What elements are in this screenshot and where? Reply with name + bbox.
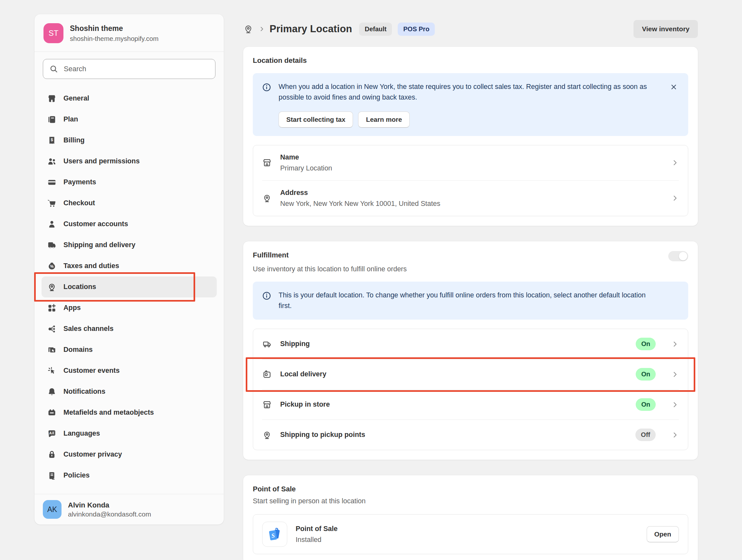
- sidebar-item-domains[interactable]: Domains: [42, 339, 217, 360]
- pickup-in-store-row[interactable]: Pickup in store On: [253, 390, 688, 419]
- users-icon: [47, 157, 57, 166]
- local-delivery-row[interactable]: Local delivery On: [253, 359, 688, 389]
- status-badge: On: [636, 398, 656, 411]
- sidebar-item-customer-accounts[interactable]: Customer accounts: [42, 214, 217, 235]
- document-icon: [47, 471, 57, 480]
- settings-sidebar: ST Shoshin theme shoshin-theme.myshopify…: [35, 14, 224, 524]
- name-row[interactable]: Name Primary Location: [253, 145, 688, 181]
- toggle-knob: [679, 252, 687, 260]
- shipping-to-pickup-points-row[interactable]: Shipping to pickup points Off: [253, 420, 688, 450]
- default-badge: Default: [359, 22, 392, 36]
- sidebar-item-shipping-and-delivery[interactable]: Shipping and delivery: [42, 235, 217, 256]
- close-icon[interactable]: [668, 82, 679, 93]
- plan-icon: [47, 115, 57, 124]
- sidebar-item-label: Locations: [63, 283, 96, 291]
- app-status: Installed: [296, 536, 337, 544]
- svg-text:%: %: [50, 264, 54, 269]
- sidebar-item-billing[interactable]: $ Billing: [42, 130, 217, 151]
- sidebar-item-locations[interactable]: Locations: [42, 276, 217, 297]
- chevron-right-icon: [671, 401, 679, 409]
- default-location-banner: This is your default location. To change…: [253, 282, 688, 320]
- store-domain: shoshin-theme.myshopify.com: [70, 35, 158, 43]
- svg-text:$: $: [51, 137, 53, 142]
- user-info: Alvin Konda alvinkonda@kondasoft.com: [68, 501, 151, 518]
- sidebar-item-label: General: [63, 94, 89, 102]
- lock-icon: [47, 450, 57, 459]
- store-avatar: ST: [44, 23, 63, 43]
- view-inventory-button[interactable]: View inventory: [633, 20, 698, 38]
- domains-icon: [47, 345, 57, 355]
- row-label: Name: [280, 153, 332, 161]
- sidebar-item-customer-privacy[interactable]: Customer privacy: [42, 444, 217, 465]
- sidebar-item-customer-events[interactable]: Customer events: [42, 360, 217, 381]
- fulfillment-toggle[interactable]: [668, 251, 688, 261]
- main-content: Primary Location Default POS Pro View in…: [243, 14, 698, 560]
- sidebar-item-apps[interactable]: Apps: [42, 297, 217, 318]
- sidebar-item-label: Plan: [63, 115, 78, 123]
- page-title: Primary Location: [270, 23, 352, 35]
- delivery-box-icon: [262, 369, 272, 379]
- sidebar-item-policies[interactable]: Policies: [42, 465, 217, 486]
- sidebar-item-checkout[interactable]: Checkout: [42, 193, 217, 214]
- user-footer: AK Alvin Konda alvinkonda@kondasoft.com: [35, 494, 224, 524]
- store-name: Shoshin theme: [70, 24, 158, 34]
- point-of-sale-subheading: Start selling in person at this location: [253, 497, 688, 505]
- store-header: ST Shoshin theme shoshin-theme.myshopify…: [35, 14, 224, 52]
- app-text: Point of Sale Installed: [296, 525, 337, 544]
- sidebar-item-label: Payments: [63, 178, 96, 186]
- chevron-right-icon: [671, 194, 679, 202]
- sidebar-item-label: Customer events: [63, 367, 119, 375]
- open-button[interactable]: Open: [647, 526, 679, 542]
- breadcrumb-chevron-icon: [259, 26, 265, 32]
- sidebar-item-notifications[interactable]: Notifications: [42, 381, 217, 402]
- billing-icon: $: [47, 136, 57, 145]
- pos-pro-badge: POS Pro: [398, 22, 435, 36]
- row-label: Shipping to pickup points: [280, 431, 365, 439]
- chevron-right-icon: [671, 431, 679, 439]
- shopify-pos-app-icon: S: [262, 522, 287, 547]
- user-name: Alvin Konda: [68, 501, 151, 509]
- start-collecting-tax-button[interactable]: Start collecting tax: [278, 111, 353, 128]
- sidebar-item-users-and-permissions[interactable]: Users and permissions: [42, 151, 217, 172]
- status-badge: On: [636, 368, 656, 380]
- sidebar-item-label: Shipping and delivery: [63, 241, 135, 249]
- row-label: Local delivery: [280, 370, 326, 378]
- bell-icon: [47, 387, 57, 397]
- sidebar-item-taxes-and-duties[interactable]: % Taxes and duties: [42, 256, 217, 276]
- storefront-icon: [262, 400, 272, 410]
- status-badge: Off: [635, 428, 656, 441]
- sidebar-item-label: Languages: [63, 429, 100, 438]
- search-icon: [49, 64, 58, 73]
- point-of-sale-card: Point of Sale Start selling in person at…: [243, 475, 698, 560]
- search-input[interactable]: [43, 59, 215, 79]
- settings-nav: General Plan $ Billing Users and permiss…: [35, 84, 224, 494]
- sidebar-item-general[interactable]: General: [42, 88, 217, 109]
- sidebar-item-label: Notifications: [63, 388, 105, 396]
- page-header: Primary Location Default POS Pro View in…: [243, 19, 698, 39]
- location-detail-rows: Name Primary Location Address New York, …: [253, 145, 688, 216]
- address-row[interactable]: Address New York, New York New York 1000…: [253, 181, 688, 216]
- sidebar-item-languages[interactable]: A Languages: [42, 423, 217, 444]
- breadcrumb-location-icon[interactable]: [243, 24, 254, 34]
- shipping-row[interactable]: Shipping On: [253, 329, 688, 359]
- point-of-sale-heading: Point of Sale: [253, 485, 688, 493]
- fulfillment-heading: Fulfillment: [253, 251, 288, 259]
- chevron-right-icon: [671, 370, 679, 378]
- sidebar-item-payments[interactable]: Payments: [42, 172, 217, 193]
- metafields-icon: [47, 408, 57, 418]
- banner-text: When you add a location in New York, the…: [278, 82, 652, 103]
- info-icon: [262, 83, 271, 128]
- pos-app-row: S Point of Sale Installed Open: [253, 515, 688, 554]
- location-details-heading: Location details: [253, 56, 688, 65]
- channels-icon: [47, 324, 57, 334]
- sidebar-item-sales-channels[interactable]: Sales channels: [42, 318, 217, 339]
- location-pin-icon: [262, 430, 272, 440]
- sidebar-item-plan[interactable]: Plan: [42, 109, 217, 130]
- location-pin-icon: [47, 282, 57, 292]
- sidebar-item-label: Users and permissions: [63, 157, 140, 165]
- banner-text: This is your default location. To change…: [278, 290, 652, 312]
- fulfillment-subheading: Use inventory at this location to fulfil…: [253, 265, 688, 273]
- chevron-right-icon: [671, 159, 679, 166]
- learn-more-button[interactable]: Learn more: [358, 111, 410, 128]
- sidebar-item-metafields-and-metaobjects[interactable]: Metafields and metaobjects: [42, 402, 217, 423]
